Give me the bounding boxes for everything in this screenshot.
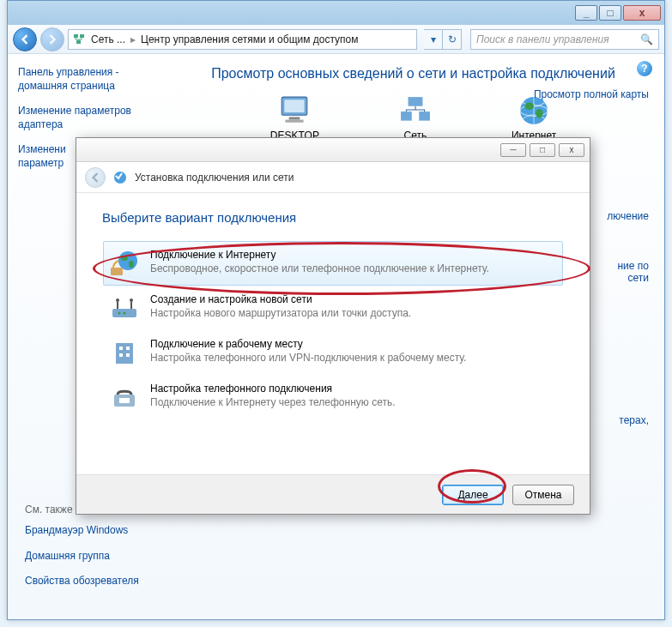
dialog-maximize-button[interactable]: □ — [530, 143, 555, 157]
option-internet[interactable]: Подключение к Интернету Беспроводное, ск… — [103, 241, 563, 286]
node-network: Сеть — [397, 95, 434, 142]
svg-point-13 — [536, 109, 542, 118]
svg-point-17 — [129, 261, 134, 268]
svg-rect-30 — [119, 398, 130, 403]
dialog-heading: Выберите вариант подключения — [102, 210, 564, 225]
option-title: Создание и настройка новой сети — [150, 293, 411, 305]
toolbar: Сеть ... ▸ Центр управления сетями и общ… — [8, 25, 664, 54]
option-desc: Беспроводное, скоростное или телефонное … — [150, 262, 489, 274]
option-new-network[interactable]: Создание и настройка новой сети Настройк… — [103, 286, 563, 330]
dialog-minimize-button[interactable]: ─ — [500, 143, 526, 157]
option-dialup[interactable]: Настройка телефонного подключения Подклю… — [103, 375, 563, 419]
option-desc: Подключение к Интернету через телефонную… — [150, 396, 396, 408]
dialog-body: Выберите вариант подключения Подключение… — [76, 193, 590, 437]
sidebar-adapter-link[interactable]: Изменение параметров адаптера — [18, 105, 152, 131]
sidebar-homegroup-link[interactable]: Домашняя группа — [25, 550, 139, 564]
dialog-titlebar: ─ □ x — [76, 138, 590, 162]
svg-rect-0 — [74, 34, 78, 38]
partial-link-2[interactable]: ние по сети — [597, 260, 649, 284]
svg-point-15 — [118, 251, 137, 270]
network-icon — [72, 33, 86, 46]
help-icon[interactable]: ? — [637, 61, 652, 76]
svg-point-20 — [116, 298, 119, 302]
router-icon — [109, 293, 140, 323]
option-title: Настройка телефонного подключения — [150, 383, 396, 395]
dialog-footer: Далее Отмена — [76, 474, 590, 514]
breadcrumb-1[interactable]: Сеть ... — [91, 33, 125, 45]
view-map-link[interactable]: Просмотр полной карты — [534, 88, 649, 100]
search-input[interactable]: Поиск в панели управления 🔍 — [470, 29, 659, 50]
minimize-button[interactable]: _ — [575, 5, 597, 21]
network-node-icon — [397, 95, 434, 126]
connection-wizard-dialog: ─ □ x Установка подключения или сети Выб… — [76, 137, 590, 515]
computer-icon — [275, 95, 313, 126]
close-button[interactable]: x — [623, 5, 661, 21]
sidebar-firewall-link[interactable]: Брандмауэр Windows — [25, 524, 139, 538]
refresh-button[interactable]: ↻ — [443, 29, 462, 50]
svg-rect-8 — [401, 112, 412, 121]
dropdown-button[interactable]: ▾ — [424, 29, 443, 50]
svg-point-14 — [114, 172, 126, 184]
svg-rect-24 — [116, 343, 133, 364]
address-bar[interactable]: Сеть ... ▸ Центр управления сетями и общ… — [68, 29, 417, 50]
page-title: Просмотр основных сведений о сети и наст… — [179, 66, 647, 81]
arrow-right-icon — [47, 34, 58, 45]
sidebar-see-also: См. также Брандмауэр Windows Домашняя гр… — [25, 503, 139, 600]
breadcrumb-2[interactable]: Центр управления сетями и общим доступом — [141, 33, 359, 45]
svg-rect-6 — [286, 120, 304, 123]
dialog-close-button[interactable]: x — [559, 143, 584, 157]
dialog-header: Установка подключения или сети — [76, 162, 590, 193]
svg-point-22 — [118, 312, 121, 315]
svg-rect-5 — [289, 117, 300, 119]
svg-point-12 — [524, 102, 534, 109]
arrow-left-icon — [90, 172, 100, 183]
phone-modem-icon — [109, 383, 140, 412]
next-button[interactable]: Далее — [442, 485, 504, 505]
search-placeholder: Поиск в панели управления — [476, 33, 609, 45]
network-map: DESKTOP Сеть Интернет — [179, 95, 647, 142]
dialog-back-button[interactable] — [85, 167, 106, 188]
svg-rect-26 — [126, 347, 130, 350]
arrow-left-icon — [20, 34, 30, 45]
globe-connect-icon — [109, 249, 140, 278]
option-list: Подключение к Интернету Беспроводное, ск… — [102, 240, 564, 420]
svg-rect-27 — [119, 353, 123, 357]
forward-button[interactable] — [40, 27, 64, 51]
option-title: Подключение к Интернету — [150, 249, 489, 261]
option-desc: Настройка нового маршрутизатора или точк… — [150, 307, 411, 319]
option-title: Подключение к рабочему месту — [150, 338, 466, 350]
svg-rect-7 — [408, 97, 422, 106]
chevron-right-icon: ▸ — [130, 33, 136, 45]
svg-point-16 — [121, 256, 128, 261]
svg-rect-9 — [419, 112, 430, 121]
svg-rect-28 — [126, 353, 130, 357]
dialog-title: Установка подключения или сети — [135, 172, 294, 184]
option-workplace[interactable]: Подключение к рабочему месту Настройка т… — [103, 330, 563, 375]
svg-rect-25 — [119, 347, 123, 350]
node-internet: Интернет — [512, 95, 556, 142]
sidebar-home-link[interactable]: Панель управления - домашняя страница — [18, 66, 152, 93]
partial-text-1: терах, — [589, 414, 649, 426]
cancel-button[interactable]: Отмена — [512, 485, 574, 505]
back-button[interactable] — [13, 27, 37, 51]
svg-rect-1 — [80, 34, 84, 38]
svg-point-21 — [130, 298, 133, 302]
maximize-button[interactable]: □ — [599, 5, 621, 21]
wizard-icon — [112, 170, 128, 185]
search-icon: 🔍 — [640, 33, 653, 45]
sidebar-internet-options-link[interactable]: Свойства обозревателя — [25, 575, 139, 588]
window-titlebar: _ □ x — [8, 1, 664, 25]
svg-rect-18 — [111, 268, 123, 275]
building-icon — [109, 338, 140, 367]
option-desc: Настройка телефонного или VPN-подключени… — [150, 352, 466, 364]
node-computer: DESKTOP — [270, 95, 319, 142]
svg-rect-4 — [285, 99, 305, 112]
partial-link-1[interactable]: лючение — [607, 210, 649, 222]
svg-point-23 — [124, 312, 126, 315]
